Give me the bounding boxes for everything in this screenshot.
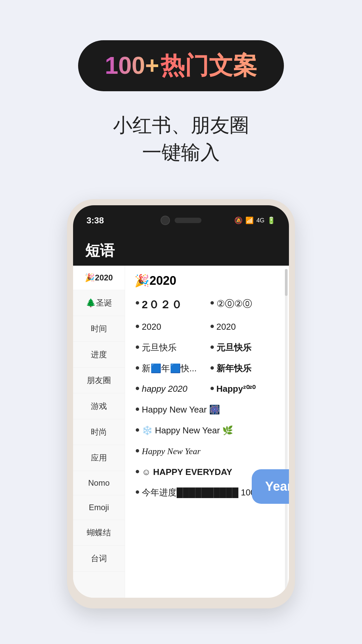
list-item[interactable]: 元旦快乐: [209, 339, 280, 357]
item-text: 元旦快乐: [217, 342, 251, 354]
bell-icon: 🔕: [234, 216, 243, 224]
bullet-icon: [136, 408, 139, 411]
bullet-icon: [136, 366, 139, 370]
status-time: 3:38: [86, 215, 104, 226]
item-text: ☺ HAPPY EVERYDAY: [142, 467, 232, 478]
subtitle-line2: 一键输入: [142, 141, 220, 163]
status-icons: 🔕 📶 4G 🔋: [234, 216, 276, 224]
item-text: 2020: [217, 321, 236, 333]
bullet-icon: [136, 325, 139, 328]
list-item[interactable]: 2０２０: [134, 294, 205, 315]
camera-icon: [161, 216, 170, 225]
list-item[interactable]: ❄️ Happy New Year 🌿: [134, 422, 280, 440]
signal-icon: 4G: [256, 217, 264, 224]
bullet-icon: [136, 428, 139, 432]
badge-hot-text: 热门文案: [161, 52, 257, 79]
sidebar-item-bowknot[interactable]: 蝴蝶结: [73, 520, 125, 546]
item-text: happy 2020: [142, 383, 187, 395]
bullet-icon: [136, 470, 139, 473]
bullet-icon: [210, 366, 214, 370]
item-text: ❄️ Happy New Year 🌿: [142, 425, 233, 436]
camera-area: [161, 216, 201, 225]
item-text: 今年进度██████████ 100%: [142, 487, 263, 498]
content-area: 🎉2020 2０２０ ②⓪②⓪ 2020: [125, 266, 289, 598]
bullet-icon: [210, 387, 214, 390]
sidebar-item-2020[interactable]: 🎉2020: [73, 266, 125, 290]
section-title-text: 🎉2020: [134, 274, 176, 288]
bullet-icon: [210, 325, 214, 328]
sidebar-item-fashion[interactable]: 时尚: [73, 419, 125, 445]
app-bar: 短语: [73, 235, 289, 266]
tooltip-bubble: Year Pr: [252, 469, 289, 504]
sidebar-item-app[interactable]: 应用: [73, 445, 125, 471]
sidebar-item-time[interactable]: 时间: [73, 316, 125, 342]
bullet-icon: [210, 301, 214, 305]
sidebar-item-lines[interactable]: 台词: [73, 546, 125, 572]
list-item[interactable]: Happy New Year 🎆: [134, 401, 280, 419]
list-item[interactable]: 新🟦年🟦快...: [134, 360, 205, 378]
sidebar-item-progress[interactable]: 进度: [73, 342, 125, 368]
subtitle-line1: 小红书、朋友圈: [113, 114, 249, 136]
bullet-icon: [210, 345, 214, 349]
category-sidebar[interactable]: 🎉2020 🌲圣诞 时间 进度 朋友圈 游戏 时尚 应用 Nomo Emoji …: [73, 266, 125, 598]
section-title: 🎉2020: [134, 274, 280, 288]
bullet-icon: [136, 301, 139, 305]
bullet-icon: [136, 449, 139, 452]
phone-mockup: 3:38 🔕 📶 4G 🔋 短语 🎉2020 🌲圣诞 时间 进度: [0, 199, 362, 608]
subtitle: 小红书、朋友圈 一键输入: [113, 111, 249, 166]
item-text: 2０２０: [142, 298, 183, 312]
sidebar-item-emoji[interactable]: Emoji: [73, 495, 125, 520]
badge-pill: 100+ 热门文案: [78, 40, 284, 91]
app-title: 短语: [85, 241, 115, 261]
item-text: Happy New Year 🎆: [142, 404, 220, 416]
bullet-icon: [136, 345, 139, 349]
sidebar-item-game[interactable]: 游戏: [73, 393, 125, 419]
bullet-icon: [136, 387, 139, 390]
scrollbar-thumb[interactable]: [285, 269, 288, 296]
sidebar-item-christmas[interactable]: 🌲圣诞: [73, 290, 125, 316]
top-section: 100+ 热门文案 小红书、朋友圈 一键输入: [0, 0, 362, 186]
item-text: 新年快乐: [217, 363, 251, 374]
list-item[interactable]: ②⓪②⓪: [209, 294, 280, 315]
list-item[interactable]: Happy New Year: [134, 442, 280, 461]
status-bar: 3:38 🔕 📶 4G 🔋: [73, 205, 289, 235]
wifi-icon: 📶: [245, 216, 254, 224]
item-text: 2020: [142, 321, 161, 333]
list-item[interactable]: 新年快乐: [209, 360, 280, 378]
item-text: Happy New Year: [142, 446, 200, 457]
item-text: ②⓪②⓪: [217, 298, 252, 310]
badge-100-text: 100+: [105, 52, 159, 79]
bullet-icon: [136, 490, 139, 494]
item-text: 元旦快乐: [142, 342, 177, 354]
scrollbar-track[interactable]: [285, 269, 288, 594]
sidebar-item-moments[interactable]: 朋友圈: [73, 368, 125, 393]
list-item[interactable]: 元旦快乐: [134, 339, 205, 357]
phone-outer: 3:38 🔕 📶 4G 🔋 短语 🎉2020 🌲圣诞 时间 进度: [67, 199, 295, 608]
speaker: [175, 218, 201, 223]
tooltip-text: Year Pr: [265, 479, 289, 493]
sidebar-item-nomo[interactable]: Nomo: [73, 471, 125, 495]
item-text: Happy²⁰²⁰: [217, 383, 256, 395]
list-item[interactable]: 2020: [209, 318, 280, 336]
list-item[interactable]: happy 2020: [134, 380, 205, 398]
list-item[interactable]: Happy²⁰²⁰: [209, 380, 280, 398]
item-text: 新🟦年🟦快...: [142, 363, 197, 374]
list-item[interactable]: 2020: [134, 318, 205, 336]
phone-content: 🎉2020 🌲圣诞 时间 进度 朋友圈 游戏 时尚 应用 Nomo Emoji …: [73, 266, 289, 598]
battery-icon: 🔋: [267, 216, 276, 224]
